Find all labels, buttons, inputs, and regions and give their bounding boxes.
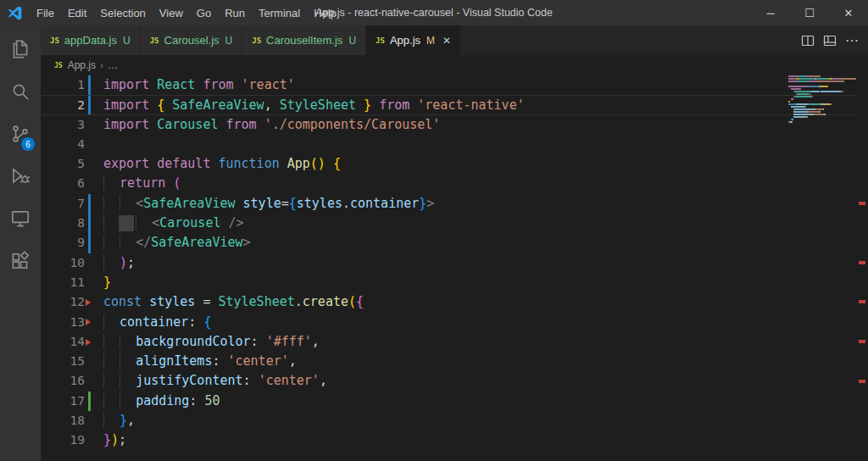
menu-view[interactable]: View (153, 0, 190, 25)
tab-appdata-js[interactable]: JS appData.js U (41, 25, 141, 55)
code-line[interactable]: 14 backgroundColor: '#fff', (41, 332, 856, 352)
explorer-icon[interactable] (0, 28, 41, 70)
code-line[interactable]: 10 ); (41, 253, 856, 273)
gutter[interactable]: 18 (41, 411, 103, 430)
menu-go[interactable]: Go (190, 0, 218, 25)
code-text[interactable]: alignItems: 'center', (103, 352, 297, 371)
remote-explorer-icon[interactable] (0, 197, 41, 240)
tab-close-icon[interactable]: ✕ (442, 35, 451, 47)
code-line[interactable]: 1import React from 'react' (41, 75, 856, 95)
code-text[interactable]: import Carousel from './components/Carou… (103, 115, 440, 135)
line-number[interactable]: 6 (41, 174, 85, 193)
line-number[interactable]: 15 (41, 352, 85, 371)
tab-carouselitem-js[interactable]: JS CarouselItem.js U (242, 25, 366, 55)
gutter[interactable]: 12 (41, 292, 103, 312)
split-editor-icon[interactable] (801, 34, 815, 47)
menu-run[interactable]: Run (218, 0, 252, 25)
overview-ruler[interactable] (856, 75, 868, 461)
line-number[interactable]: 1 (41, 75, 85, 95)
code-text[interactable]: import { SafeAreaView, StyleSheet } from… (103, 96, 525, 114)
breadcrumb-file[interactable]: App.js (68, 59, 96, 71)
gutter[interactable]: 2 (41, 96, 103, 114)
line-number[interactable]: 17 (41, 392, 85, 411)
code-text[interactable]: }, (103, 411, 135, 430)
maximize-button[interactable]: ☐ (790, 0, 829, 25)
code-line[interactable]: 5export default function App() { (41, 154, 856, 174)
code-text[interactable]: }); (103, 430, 126, 450)
code-line[interactable]: 16 justifyContent: 'center', (41, 371, 856, 391)
gutter[interactable]: 15 (41, 352, 103, 371)
code-text[interactable]: <Carousel /> (103, 214, 244, 233)
code-text[interactable]: export default function App() { (103, 154, 341, 174)
code-line[interactable]: 17 padding: 50 (41, 392, 856, 411)
gutter[interactable]: 9 (41, 233, 103, 253)
gutter[interactable]: 10 (41, 253, 103, 273)
code-line[interactable]: 2import { SafeAreaView, StyleSheet } fro… (41, 95, 856, 114)
code-line[interactable]: 6 return ( (41, 174, 856, 193)
breadcrumb-symbol[interactable]: … (108, 59, 118, 71)
menu-edit[interactable]: Edit (61, 0, 93, 25)
gutter[interactable]: 17 (41, 392, 103, 411)
code-line[interactable]: 11} (41, 273, 856, 292)
extensions-icon[interactable] (0, 240, 41, 282)
code-line[interactable]: 15 alignItems: 'center', (41, 352, 856, 371)
code-text[interactable]: import React from 'react' (103, 75, 295, 95)
gutter[interactable]: 14 (41, 332, 103, 352)
code-line[interactable]: 12const styles = StyleSheet.create({ (41, 292, 856, 312)
line-number[interactable]: 19 (41, 430, 85, 450)
line-number[interactable]: 2 (41, 96, 85, 114)
line-number[interactable]: 3 (41, 115, 85, 135)
minimap[interactable] (788, 75, 856, 124)
gutter[interactable]: 8 (41, 214, 103, 233)
line-number[interactable]: 7 (41, 194, 85, 214)
tab-app-js[interactable]: JS App.js M ✕ (366, 25, 461, 55)
code-line[interactable]: 8 <Carousel /> (41, 214, 856, 233)
code-line[interactable]: 18 }, (41, 411, 856, 430)
gutter[interactable]: 7 (41, 194, 103, 214)
customize-layout-icon[interactable] (823, 34, 837, 47)
menu-selection[interactable]: Selection (93, 0, 152, 25)
code-text[interactable]: container: { (103, 313, 211, 332)
gutter[interactable]: 4 (41, 135, 103, 154)
code-line[interactable]: 9 </SafeAreaView> (41, 233, 856, 253)
editor[interactable]: 1import React from 'react'2import { Safe… (41, 75, 868, 461)
more-actions-icon[interactable]: ⋯ (845, 32, 860, 48)
line-number[interactable]: 13 (41, 313, 85, 332)
code-text[interactable]: ); (103, 253, 135, 273)
code-line[interactable]: 7 <SafeAreaView style={styles.container}… (41, 194, 856, 214)
gutter[interactable]: 3 (41, 115, 103, 135)
line-number[interactable]: 12 (41, 292, 85, 312)
code-line[interactable]: 13 container: { (41, 313, 856, 332)
gutter[interactable]: 5 (41, 154, 103, 174)
line-number[interactable]: 18 (41, 411, 85, 430)
gutter[interactable]: 1 (41, 75, 103, 95)
close-button[interactable]: ✕ (829, 0, 868, 25)
gutter[interactable]: 6 (41, 174, 103, 193)
minimize-button[interactable]: ─ (751, 0, 790, 25)
code-line[interactable]: 4 (41, 135, 856, 154)
code-text[interactable]: <SafeAreaView style={styles.container}> (103, 194, 434, 214)
code-text[interactable]: const styles = StyleSheet.create({ (103, 292, 364, 312)
code-line[interactable]: 3import Carousel from './components/Caro… (41, 115, 856, 135)
line-number[interactable]: 14 (41, 332, 85, 352)
run-and-debug-icon[interactable] (0, 155, 41, 197)
gutter[interactable]: 11 (41, 273, 103, 292)
code-text[interactable]: backgroundColor: '#fff', (103, 332, 320, 352)
code-text[interactable]: return ( (103, 174, 181, 193)
gutter[interactable]: 19 (41, 430, 103, 450)
menu-file[interactable]: File (30, 0, 61, 25)
line-number[interactable]: 9 (41, 233, 85, 253)
line-number[interactable]: 4 (41, 135, 85, 154)
tab-carousel-js[interactable]: JS Carousel.js U (141, 25, 243, 55)
line-number[interactable]: 10 (41, 253, 85, 273)
source-control-icon[interactable]: 6 (0, 113, 41, 155)
code-text[interactable]: justifyContent: 'center', (103, 371, 327, 391)
code-text[interactable]: </SafeAreaView> (103, 233, 251, 253)
line-number[interactable]: 16 (41, 371, 85, 391)
code-text[interactable]: padding: 50 (103, 392, 220, 411)
search-icon[interactable] (0, 70, 41, 113)
line-number[interactable]: 5 (41, 154, 85, 174)
gutter[interactable]: 16 (41, 371, 103, 391)
line-number[interactable]: 11 (41, 273, 85, 292)
code-line[interactable]: 19}); (41, 430, 856, 450)
